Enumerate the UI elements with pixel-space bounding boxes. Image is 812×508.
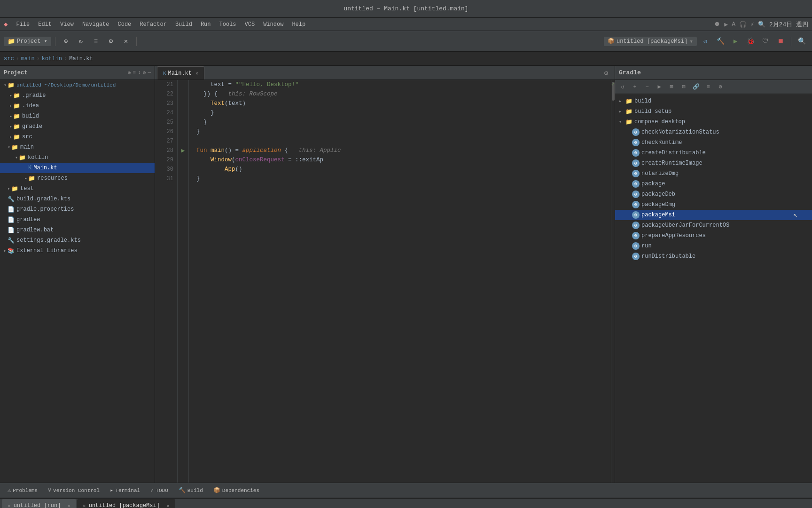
sidebar-action-4[interactable]: ⚙: [143, 70, 146, 76]
gradle-task-checkNotarizationStatus[interactable]: ⚙ checkNotarizationStatus: [615, 127, 812, 137]
sidebar-item-gradle-folder[interactable]: ▸ 📁 .gradle: [0, 90, 155, 101]
breadcrumb-src[interactable]: src: [4, 56, 14, 62]
menu-code[interactable]: Code: [114, 20, 135, 29]
menu-file[interactable]: File: [12, 20, 33, 29]
editor-scrollbar[interactable]: ✓: [611, 80, 615, 483]
tab-close-mainkt[interactable]: ✕: [195, 71, 198, 76]
coverage-btn[interactable]: 🛡: [759, 35, 772, 48]
gradle-task-package[interactable]: ⚙ package: [615, 179, 812, 189]
power-btn[interactable]: ⚡: [750, 21, 754, 28]
stop-btn[interactable]: ⏹: [774, 35, 787, 48]
sidebar-item-src-folder[interactable]: ▸ 📁 src: [0, 132, 155, 142]
gradle-add-btn[interactable]: +: [629, 81, 640, 93]
settings-btn[interactable]: ⚙: [104, 35, 117, 48]
sidebar-item-main-folder[interactable]: ▾ 📁 main: [0, 142, 155, 152]
terminal-btn[interactable]: ▸ Terminal: [106, 486, 144, 495]
search-everywhere-btn[interactable]: 🔍: [795, 35, 808, 48]
gradle-item-compose-desktop[interactable]: ▾ 📁 compose desktop: [615, 117, 812, 127]
gradle-group-btn[interactable]: ≡: [703, 81, 714, 93]
sidebar-item-gradle2-folder[interactable]: ▸ 📁 gradle: [0, 121, 155, 132]
headphone-btn[interactable]: 🎧: [739, 21, 747, 28]
structure-btn[interactable]: ≡: [89, 35, 102, 48]
sidebar-item-build-folder[interactable]: ▸ 📁 build: [0, 111, 155, 121]
font-btn[interactable]: A: [732, 21, 735, 28]
version-control-btn[interactable]: ⑂ Version Control: [44, 486, 103, 495]
sidebar-action-2[interactable]: ≡: [133, 70, 136, 76]
close-sidebar-btn[interactable]: ✕: [119, 35, 133, 48]
gradle-task-run[interactable]: ⚙ run: [615, 241, 812, 251]
menu-edit[interactable]: Edit: [34, 20, 55, 29]
gradle-task-packageDmg[interactable]: ⚙ packageDmg: [615, 199, 812, 210]
breadcrumb-main[interactable]: main: [21, 56, 35, 62]
sidebar-item-gradlew-bat[interactable]: ▸ 📄 gradlew.bat: [0, 225, 155, 235]
sync-btn[interactable]: ↻: [74, 35, 87, 48]
gradle-task-checkRuntime[interactable]: ⚙ checkRuntime: [615, 137, 812, 148]
breadcrumb-mainkt[interactable]: Main.kt: [69, 56, 93, 62]
run-tab-close[interactable]: ✕: [67, 503, 70, 508]
project-selector[interactable]: 📁 Project ▾: [4, 37, 51, 46]
run-btn[interactable]: ▶: [729, 35, 742, 48]
sidebar-project-root[interactable]: ▾ 📁 untitled ~/Desktop/Demo/untitled: [0, 80, 155, 90]
gradle-task-packageUberJar[interactable]: ⚙ packageUberJarForCurrentOS: [615, 220, 812, 230]
build-btn[interactable]: 🔨 Build: [175, 486, 207, 495]
menu-view[interactable]: View: [56, 20, 78, 29]
code-content[interactable]: text = ""Hello, Desktop!" }) { this: Row…: [189, 80, 611, 483]
menu-build[interactable]: Build: [172, 20, 196, 29]
menu-tools[interactable]: Tools: [216, 20, 240, 29]
sidebar-item-idea-folder[interactable]: ▸ 📁 .idea: [0, 101, 155, 111]
menu-help[interactable]: Help: [288, 20, 309, 29]
sidebar-item-gradle-properties[interactable]: ▸ 📄 gradle.properties: [0, 204, 155, 214]
problems-btn[interactable]: ⚠ Problems: [4, 486, 41, 495]
hammer-btn[interactable]: 🔨: [714, 35, 727, 48]
gradle-expand-btn[interactable]: ⊞: [666, 81, 677, 93]
gradle-task-runDistributable[interactable]: ⚙ runDistributable: [615, 251, 812, 262]
play-btn[interactable]: ▶: [724, 21, 728, 28]
add-btn[interactable]: ⊕: [59, 35, 72, 48]
dependencies-btn[interactable]: 📦 Dependencies: [210, 486, 263, 495]
gradle-settings-btn[interactable]: ⚙: [715, 81, 726, 93]
search-btn[interactable]: 🔍: [758, 21, 765, 28]
gradle-item-build-setup[interactable]: ▸ 📁 build setup: [615, 106, 812, 117]
gradle-collapse-btn[interactable]: ⊟: [678, 81, 689, 93]
sidebar-item-gradlew[interactable]: ▸ 📄 gradlew: [0, 214, 155, 225]
gradle-refresh-btn[interactable]: ↺: [617, 81, 628, 93]
sidebar-action-5[interactable]: —: [148, 70, 151, 76]
sidebar-item-mainkt-file[interactable]: ▸ K Main.kt: [0, 163, 155, 173]
menu-vcs[interactable]: VCS: [241, 20, 259, 29]
record-btn[interactable]: ⏺: [714, 21, 720, 28]
sidebar-item-test-folder[interactable]: ▸ 📁 test: [0, 183, 155, 194]
bottom-tab-run[interactable]: ✕ untitled [run] ✕: [2, 499, 76, 508]
menu-navigate[interactable]: Navigate: [78, 20, 113, 29]
gradle-run-btn[interactable]: ▶: [654, 81, 665, 93]
sidebar-action-1[interactable]: ⊕: [128, 70, 131, 76]
editor-settings-btn[interactable]: ⚙: [600, 66, 613, 79]
gradle-task-notarizeDmg[interactable]: ⚙ notarizeDmg: [615, 168, 812, 179]
editor-tab-mainkt[interactable]: K Main.kt ✕: [157, 66, 204, 79]
gradle-task-packageMsi[interactable]: ⚙ packageMsi ↖: [615, 210, 812, 220]
gradle-item-build[interactable]: ▸ 📁 build: [615, 96, 812, 106]
sidebar-action-3[interactable]: ↕: [138, 70, 141, 76]
gradle-task-packageDeb[interactable]: ⚙ packageDeb: [615, 189, 812, 199]
sidebar-item-settings-gradle[interactable]: ▸ 🔧 settings.gradle.kts: [0, 235, 155, 246]
sidebar-item-external-libs[interactable]: ▸ 📚 External Libraries: [0, 246, 155, 256]
gradle-task-createDistributable[interactable]: ⚙ createDistributable: [615, 148, 812, 158]
sidebar-item-resources-folder[interactable]: ▸ 📁 resources: [0, 173, 155, 183]
gradle-task-prepareAppResources[interactable]: ⚙ prepareAppResources: [615, 230, 812, 241]
menu-run[interactable]: Run: [197, 20, 215, 29]
refresh-run-btn[interactable]: ↺: [699, 35, 712, 48]
sidebar-item-kotlin-folder[interactable]: ▾ 📁 kotlin: [0, 152, 155, 163]
run-gutter-icon[interactable]: ▶: [181, 147, 185, 154]
run-config-selector[interactable]: 📦 untitled [packageMsi] ▾: [604, 37, 697, 46]
gradle-link-btn[interactable]: 🔗: [690, 81, 702, 93]
debug-btn[interactable]: 🐞: [744, 35, 757, 48]
bottom-tab-packagemsi[interactable]: ✕ untitled [packageMsi] ✕: [77, 499, 175, 508]
gradle-minus-btn[interactable]: −: [641, 81, 653, 93]
code-editor[interactable]: 21 22 23 24 25 26 27 28 29 30 31: [155, 80, 615, 483]
packagemsi-tab-close[interactable]: ✕: [166, 503, 170, 508]
menu-refactor[interactable]: Refactor: [136, 20, 171, 29]
breadcrumb-kotlin[interactable]: kotlin: [42, 56, 62, 62]
menu-window[interactable]: Window: [259, 20, 287, 29]
gradle-task-createRuntimeImage[interactable]: ⚙ createRuntimeImage: [615, 158, 812, 168]
sidebar-item-build-gradle[interactable]: ▸ 🔧 build.gradle.kts: [0, 194, 155, 204]
todo-btn[interactable]: ✓ TODO: [147, 486, 172, 495]
